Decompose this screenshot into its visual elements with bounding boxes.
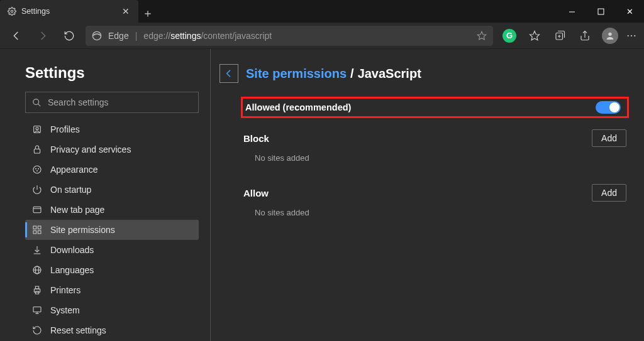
edge-icon (92, 31, 102, 41)
sidebar-item-newtab[interactable]: New tab page (25, 200, 199, 220)
browser-toolbar: Edge | edge://settings/content/javascrip… (0, 23, 644, 49)
browser-tab[interactable]: Settings ✕ (0, 0, 138, 23)
search-settings-input[interactable]: Search settings (25, 92, 199, 113)
address-separator: | (135, 31, 138, 41)
collections-icon[interactable] (547, 23, 572, 48)
printer-icon (31, 285, 43, 295)
svg-point-0 (11, 10, 13, 13)
lock-icon (31, 144, 43, 154)
block-empty-text: No sites added (241, 153, 629, 163)
back-button[interactable] (4, 23, 29, 48)
refresh-button[interactable] (57, 23, 82, 48)
block-section-head: Block Add (241, 129, 629, 147)
allow-add-button[interactable]: Add (592, 184, 626, 202)
address-url: edge://settings/content/javascript (143, 31, 272, 41)
search-placeholder: Search settings (48, 97, 109, 107)
svg-marker-5 (530, 31, 540, 40)
close-tab-icon[interactable]: ✕ (122, 6, 130, 16)
tab-title: Settings (21, 7, 50, 16)
breadcrumb-separator: / (350, 67, 354, 81)
svg-rect-21 (38, 226, 41, 229)
nav-label: On startup (50, 185, 91, 195)
sidebar-item-reset[interactable]: Reset settings (25, 320, 199, 340)
content-area: Settings Search settings Profiles Privac… (0, 49, 644, 341)
favorite-star-icon[interactable] (477, 31, 487, 41)
svg-rect-28 (34, 289, 40, 292)
block-title: Block (243, 133, 269, 144)
reset-icon (31, 325, 43, 335)
address-bar[interactable]: Edge | edge://settings/content/javascrip… (86, 26, 493, 46)
svg-point-11 (36, 127, 38, 130)
svg-line-9 (38, 104, 40, 106)
block-add-button[interactable]: Add (592, 129, 626, 147)
close-window-button[interactable]: ✕ (615, 0, 644, 23)
power-icon (31, 185, 43, 195)
svg-rect-31 (33, 307, 41, 312)
breadcrumb-current: JavaScript (358, 67, 421, 81)
svg-rect-22 (33, 230, 36, 234)
share-icon[interactable] (572, 23, 597, 48)
profile-avatar[interactable] (597, 23, 623, 48)
allowed-toggle-row: Allowed (recommended) (241, 97, 629, 118)
settings-nav-list: Profiles Privacy and services Appearance… (25, 119, 199, 340)
svg-rect-29 (35, 286, 38, 289)
svg-point-15 (38, 168, 39, 170)
titlebar: Settings ✕ ＋ ✕ (0, 0, 644, 23)
address-brand: Edge (108, 31, 129, 41)
nav-label: Site permissions (50, 225, 115, 235)
svg-rect-17 (33, 207, 41, 212)
svg-rect-23 (38, 230, 41, 234)
appearance-icon (31, 165, 43, 175)
nav-label: Languages (50, 265, 94, 275)
gear-icon (8, 7, 16, 16)
more-menu-icon[interactable]: ⋯ (623, 23, 640, 48)
sidebar-item-printers[interactable]: Printers (25, 280, 199, 300)
nav-label: Printers (50, 285, 80, 295)
sidebar-item-privacy[interactable]: Privacy and services (25, 139, 199, 160)
breadcrumb-back-button[interactable] (219, 64, 238, 83)
nav-label: Reset settings (50, 325, 106, 335)
nav-label: Appearance (50, 165, 98, 175)
allow-empty-text: No sites added (241, 208, 629, 217)
svg-rect-12 (34, 149, 40, 153)
allow-title: Allow (243, 188, 269, 198)
settings-heading: Settings (25, 64, 199, 82)
download-icon (31, 245, 43, 255)
allow-section-head: Allow Add (241, 184, 629, 202)
svg-rect-30 (35, 291, 38, 294)
svg-point-14 (35, 168, 36, 170)
language-icon (31, 265, 43, 275)
sidebar-item-profiles[interactable]: Profiles (25, 119, 199, 139)
settings-main: Site permissions / JavaScript Allowed (r… (211, 49, 644, 341)
svg-point-3 (92, 31, 101, 40)
nav-label: Profiles (50, 124, 80, 134)
newtab-icon (31, 205, 43, 215)
allowed-label: Allowed (recommended) (245, 102, 351, 112)
nav-label: System (50, 305, 80, 315)
sidebar-item-system[interactable]: System (25, 300, 199, 320)
permissions-icon (31, 225, 43, 235)
sidebar-item-languages[interactable]: Languages (25, 260, 199, 280)
forward-button[interactable] (30, 23, 55, 48)
minimize-button[interactable] (557, 0, 586, 23)
allowed-toggle[interactable] (596, 101, 621, 114)
maximize-button[interactable] (586, 0, 615, 23)
svg-point-7 (608, 32, 611, 35)
svg-point-13 (33, 166, 41, 173)
sidebar-item-onstartup[interactable]: On startup (25, 180, 199, 200)
new-tab-button[interactable]: ＋ (138, 4, 157, 23)
svg-rect-2 (598, 9, 604, 14)
sidebar-item-appearance[interactable]: Appearance (25, 160, 199, 180)
breadcrumb-link[interactable]: Site permissions (246, 67, 347, 81)
nav-label: Privacy and services (50, 144, 131, 154)
grammarly-extension-icon[interactable]: G (497, 23, 522, 48)
system-icon (31, 305, 43, 315)
favorites-icon[interactable] (522, 23, 547, 48)
sidebar-item-sitepermissions[interactable]: Site permissions (25, 220, 199, 240)
nav-label: New tab page (50, 205, 104, 215)
svg-point-8 (33, 99, 39, 104)
svg-rect-20 (33, 226, 36, 229)
window-controls: ✕ (557, 0, 644, 23)
sidebar-item-downloads[interactable]: Downloads (25, 240, 199, 260)
nav-label: Downloads (50, 245, 94, 255)
